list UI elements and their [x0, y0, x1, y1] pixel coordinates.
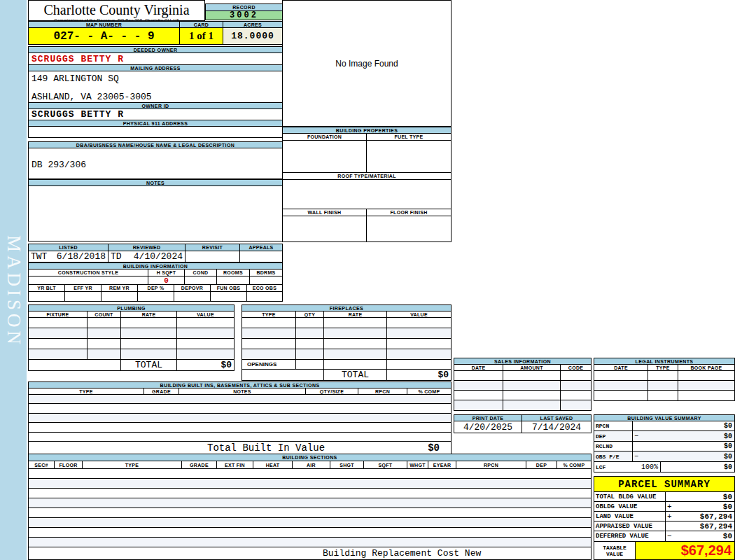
- fireplaces-col-rate: RATE: [324, 312, 387, 317]
- floor-finish-label: FLOOR FINISH: [367, 209, 451, 216]
- listed-date: 6/18/2018: [57, 251, 106, 262]
- parcel-op: +: [666, 512, 672, 521]
- vendor-brand-madison: MADISON: [3, 235, 24, 348]
- builtins-col-type: TYPE: [29, 388, 144, 394]
- builtins-col-notes: NOTES: [179, 388, 306, 394]
- table-row: [454, 381, 591, 391]
- parcel-summary-table: TOTAL BLDG VALUE $0 OBLDG VALUE + $0 LAN…: [594, 491, 735, 542]
- hsqft-label: H SQFT: [148, 270, 185, 276]
- legal-col-type: TYPE: [648, 365, 678, 370]
- bvs-label: DEP: [594, 431, 633, 441]
- yrblt-value: [29, 292, 65, 301]
- parcel-label: APPRAISED VALUE: [594, 522, 666, 531]
- dep-pct-label: DEP %: [138, 285, 174, 291]
- revisit-value: [186, 251, 240, 262]
- construction-style-label: CONSTRUCTION STYLE: [29, 270, 148, 276]
- taxable-label-line1: TAXABLE: [603, 545, 626, 551]
- ecoobs-label: ECO OBS: [247, 285, 282, 291]
- record-value: 3002: [205, 10, 283, 20]
- sections-col-eyear: EYEAR: [428, 461, 456, 468]
- county-name: Charlotte County Virginia: [29, 2, 204, 18]
- map-number-value: 027- - A- - - 9: [29, 28, 180, 44]
- depovr-value: [174, 292, 211, 301]
- parcel-value: $67,294: [700, 522, 734, 531]
- plumbing-col-count: COUNT: [88, 312, 121, 317]
- parcel-label: LAND VALUE: [594, 512, 666, 521]
- table-row: [29, 498, 591, 508]
- county-header: Charlotte County Virginia Commissioner o…: [28, 0, 205, 21]
- vendor-sidebar: MADISON: [0, 0, 27, 560]
- last-saved-label: LAST SAVED: [522, 415, 591, 421]
- roof-type-label: ROOF TYPE/MATERIAL: [283, 173, 451, 179]
- sections-col-comp: % COMP: [557, 461, 591, 468]
- sections-col-type: TYPE: [83, 461, 182, 468]
- sections-col-floor: FLOOR: [55, 461, 83, 468]
- builtins-col-qtysize: QTY/SIZE: [306, 388, 358, 394]
- listed-label: LISTED: [29, 244, 108, 251]
- table-row: [454, 371, 591, 381]
- cond-value: [185, 276, 217, 284]
- legal-instruments-table: DATE TYPE BOOK PAGE: [594, 364, 735, 401]
- table-row: [29, 479, 591, 489]
- table-row: [29, 349, 234, 360]
- dba-legal-value: DB 293/306: [31, 160, 86, 170]
- parcel-op: +: [666, 503, 672, 511]
- plumbing-total-row: TOTAL $0: [29, 360, 234, 370]
- property-record-card: MADISON Charlotte County Virginia Commis…: [0, 0, 735, 560]
- sales-col-amount: AMOUNT: [503, 365, 561, 370]
- bvs-row-dep: DEP − $0: [594, 431, 734, 442]
- plumbing-col-value: VALUE: [177, 312, 234, 317]
- effyr-value: [65, 292, 102, 301]
- parcel-value: $0: [723, 503, 734, 511]
- parcel-label: OBLDG VALUE: [594, 502, 666, 511]
- built-ins-table: TYPE GRADE NOTES QTY/SIZE RPCN % COMP To…: [28, 388, 451, 454]
- review-table: LISTED REVIEWED REVISIT APPEALS TWT 6/18…: [28, 244, 283, 262]
- builtins-total-label: Total Built In Value: [207, 442, 325, 454]
- sections-col-sqft: SQFT: [364, 461, 407, 468]
- bvs-op: −: [633, 453, 638, 461]
- table-row: [242, 318, 451, 328]
- map-number-label: MAP NUMBER: [29, 22, 180, 27]
- parcel-value: $67,294: [700, 512, 734, 521]
- roof-type-value: [283, 180, 451, 209]
- parcel-row-deferred: DEFERRED VALUE − $0: [594, 531, 734, 541]
- fireplaces-openings-label: OPENINGS: [242, 360, 296, 369]
- wall-finish-value: [283, 216, 367, 241]
- reviewed-label: REVIEWED: [108, 244, 186, 251]
- bvs-value: $0: [724, 442, 734, 450]
- builtins-total-value: $0: [428, 442, 451, 454]
- last-saved-value: 7/14/2024: [522, 421, 591, 433]
- listed-value: TWT 6/18/2018: [29, 251, 108, 262]
- fireplaces-col-qty: QTY: [296, 312, 324, 317]
- property-image-panel: No Image Found: [282, 0, 451, 127]
- building-information-table: CONSTRUCTION STYLE H SQFT COND ROOMS BDR…: [28, 269, 283, 302]
- fireplaces-col-value: VALUE: [387, 312, 451, 317]
- fuel-type-value: [367, 141, 451, 172]
- revisit-label: REVISIT: [186, 244, 240, 251]
- appeals-value: [240, 251, 282, 262]
- sections-footer-label: Building Replacement Cost New: [323, 548, 481, 559]
- builtins-col-rpcn: RPCN: [358, 388, 407, 394]
- table-row: [29, 433, 451, 442]
- bvs-value: $0: [724, 422, 734, 430]
- table-row: [29, 395, 451, 404]
- table-row: [242, 349, 451, 360]
- mailing-address-box: 149 ARLINGTON SQ ASHLAND, VA 23005-3005: [28, 71, 283, 103]
- deeded-owner-value: SCRUGGS BETTY R: [28, 52, 283, 65]
- bdrms-value: [250, 276, 282, 284]
- print-info-table: PRINT DATE LAST SAVED 4/20/2025 7/14/202…: [454, 414, 592, 433]
- rooms-label: ROOMS: [217, 270, 250, 276]
- sections-footer-row: Building Replacement Cost New: [29, 547, 591, 559]
- yrblt-label: YR BLT: [29, 285, 65, 291]
- rooms-value: [217, 276, 250, 284]
- print-date-label: PRINT DATE: [454, 415, 522, 421]
- bvs-row-lcf: LCF 100% $0: [594, 462, 734, 472]
- effyr-label: EFF YR: [65, 285, 102, 291]
- funobs-label: FUN OBS: [211, 285, 247, 291]
- bvs-value: $0: [724, 463, 734, 471]
- sections-col-sec: SEC#: [29, 461, 55, 468]
- builtins-total-row: Total Built In Value $0: [29, 442, 451, 454]
- table-row: [594, 381, 734, 391]
- fireplaces-total-value: $0: [387, 370, 451, 380]
- sections-col-rpcn: RPCN: [456, 461, 526, 468]
